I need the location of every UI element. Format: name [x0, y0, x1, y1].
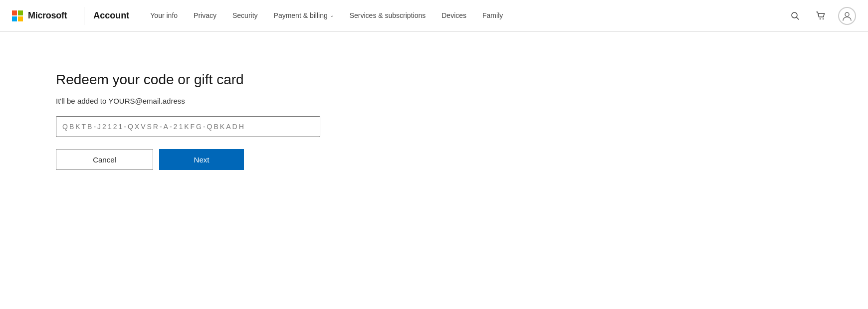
logo-green	[18, 10, 23, 15]
form-buttons: Cancel Next	[56, 149, 812, 170]
redeem-code-input[interactable]	[56, 116, 320, 137]
svg-line-1	[797, 17, 799, 19]
ms-logo-grid	[12, 10, 23, 21]
microsoft-wordmark: Microsoft	[28, 10, 67, 21]
account-brand: Account	[93, 10, 129, 21]
page-title: Redeem your code or gift card	[56, 72, 812, 88]
svg-point-2	[820, 18, 821, 19]
account-subtitle: It'll be added to YOURS@email.adress	[56, 97, 812, 105]
user-avatar-button[interactable]	[838, 7, 856, 25]
nav-family[interactable]: Family	[475, 0, 510, 32]
header-actions	[786, 7, 856, 25]
main-content: Redeem your code or gift card It'll be a…	[0, 32, 868, 210]
nav-payment-billing[interactable]: Payment & billing ⌄	[267, 0, 341, 32]
nav-security[interactable]: Security	[225, 0, 265, 32]
svg-point-3	[823, 18, 824, 19]
nav-services-subscriptions[interactable]: Services & subscriptions	[343, 0, 433, 32]
logo-yellow	[18, 16, 23, 21]
main-nav: Your info Privacy Security Payment & bil…	[143, 0, 786, 32]
next-button[interactable]: Next	[159, 149, 244, 170]
logo-red	[12, 10, 17, 15]
search-button[interactable]	[786, 7, 804, 25]
payment-chevron-icon: ⌄	[330, 13, 334, 18]
cart-button[interactable]	[812, 7, 830, 25]
microsoft-logo[interactable]: Microsoft	[12, 10, 67, 21]
nav-devices[interactable]: Devices	[434, 0, 473, 32]
svg-point-4	[845, 12, 849, 16]
logo-blue	[12, 16, 17, 21]
nav-divider	[84, 7, 84, 25]
nav-your-info[interactable]: Your info	[143, 0, 185, 32]
cancel-button[interactable]: Cancel	[56, 149, 153, 170]
header: Microsoft Account Your info Privacy Secu…	[0, 0, 868, 32]
nav-privacy[interactable]: Privacy	[187, 0, 223, 32]
